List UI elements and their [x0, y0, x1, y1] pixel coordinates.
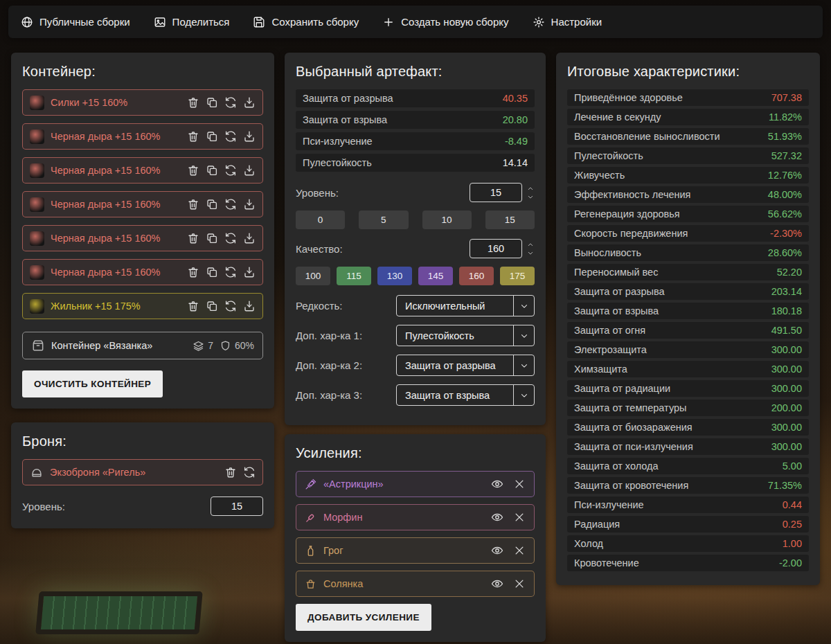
stat-row: Холод1.00	[567, 535, 809, 552]
rarity-dropdown[interactable]: Исключительный	[396, 295, 535, 316]
topbar-item-new-build[interactable]: Создать новую сборку	[382, 16, 508, 28]
trash-icon[interactable]	[224, 466, 237, 478]
stat-value: 12.76%	[768, 170, 802, 181]
extra-stat-1-dropdown[interactable]: Пулестойкость	[396, 325, 535, 346]
quality-preset-130[interactable]: 130	[377, 267, 412, 285]
trash-icon[interactable]	[187, 266, 199, 278]
artifact-slot-row[interactable]: Жильник +15 175%	[22, 293, 263, 319]
stat-row: Выносливость28.60%	[567, 244, 809, 261]
quality-preset-115[interactable]: 115	[337, 267, 371, 285]
level-input[interactable]	[470, 183, 522, 202]
download-icon[interactable]	[243, 232, 256, 244]
refresh-icon[interactable]	[243, 466, 256, 478]
stat-label: Эффективность лечения	[574, 189, 690, 200]
download-icon[interactable]	[243, 96, 256, 109]
artifact-slot-row[interactable]: Черная дыра +15 160%	[22, 157, 263, 184]
boost-row: Солянка	[296, 571, 535, 597]
quality-decrement-icon[interactable]	[526, 249, 535, 257]
copy-icon[interactable]	[206, 266, 218, 278]
app: Публичные сборкиПоделитьсяСохранить сбор…	[0, 0, 831, 644]
trash-icon[interactable]	[187, 96, 199, 109]
armor-slot-row[interactable]: Экзоброня «Ригель»	[22, 459, 263, 485]
artifact-slot-row[interactable]: Черная дыра +15 160%	[22, 123, 263, 150]
topbar-item-public-builds[interactable]: Публичные сборки	[21, 16, 130, 28]
extra-stat-3-dropdown[interactable]: Защита от взрыва	[396, 384, 535, 406]
copy-icon[interactable]	[206, 130, 218, 143]
trash-icon[interactable]	[187, 232, 199, 244]
download-icon[interactable]	[243, 300, 256, 312]
trash-icon[interactable]	[187, 198, 199, 211]
artifact-name: Жильник +15 175%	[51, 301, 181, 312]
remove-boost-icon[interactable]	[513, 478, 526, 490]
toggle-boost-visibility-icon[interactable]	[491, 544, 503, 557]
stat-row: Защита от огня491.50	[567, 322, 809, 339]
copy-icon[interactable]	[206, 198, 218, 211]
level-increment-icon[interactable]	[526, 185, 535, 193]
topbar-item-label: Настройки	[551, 16, 602, 28]
extra-stat-label: Доп. хар-ка 3:	[296, 389, 362, 401]
artifact-icon	[30, 299, 44, 314]
quality-increment-icon[interactable]	[526, 241, 535, 249]
clear-container-button[interactable]: ОЧИСТИТЬ КОНТЕЙНЕР	[22, 370, 163, 397]
extra-stat-2-dropdown[interactable]: Защита от разрыва	[396, 355, 535, 376]
level-preset-15[interactable]: 15	[485, 211, 535, 229]
remove-boost-icon[interactable]	[513, 578, 526, 590]
armor-level-input[interactable]	[211, 497, 263, 516]
remove-boost-icon[interactable]	[513, 544, 526, 557]
stat-label: Защита от разрыва	[303, 93, 393, 104]
copy-icon[interactable]	[206, 300, 218, 312]
remove-boost-icon[interactable]	[513, 511, 526, 524]
artifact-slot-row[interactable]: Черная дыра +15 160%	[22, 259, 263, 285]
level-preset-0[interactable]: 0	[296, 211, 345, 229]
artifact-slot-row[interactable]: Черная дыра +15 160%	[22, 225, 263, 251]
toggle-boost-visibility-icon[interactable]	[491, 578, 503, 590]
level-preset-10[interactable]: 10	[422, 211, 472, 229]
refresh-icon[interactable]	[224, 130, 237, 143]
trash-icon[interactable]	[187, 164, 199, 177]
image-icon	[154, 16, 166, 28]
stat-label: Пулестойкость	[574, 150, 643, 161]
toggle-boost-visibility-icon[interactable]	[491, 511, 503, 524]
stat-label: Холод	[574, 538, 603, 549]
topbar-item-save-build[interactable]: Сохранить сборку	[253, 16, 359, 28]
quality-preset-100[interactable]: 100	[296, 267, 330, 285]
copy-icon[interactable]	[206, 96, 218, 109]
quality-preset-175[interactable]: 175	[500, 267, 535, 285]
refresh-icon[interactable]	[224, 198, 237, 211]
stat-row: Защита от пси-излучения300.00	[567, 438, 809, 455]
refresh-icon[interactable]	[224, 164, 237, 177]
stat-row: Восстановление выносливости51.93%	[567, 128, 809, 145]
copy-icon[interactable]	[206, 232, 218, 244]
download-icon[interactable]	[243, 198, 256, 211]
topbar-item-share[interactable]: Поделиться	[154, 16, 230, 28]
chevron-down-icon	[519, 391, 529, 400]
container-info-row[interactable]: Контейнер «Вязанка» 7 60%	[22, 332, 263, 359]
download-icon[interactable]	[243, 164, 256, 177]
boost-name: Грог	[323, 545, 481, 556]
toggle-boost-visibility-icon[interactable]	[491, 478, 503, 490]
trash-icon[interactable]	[187, 130, 199, 143]
refresh-icon[interactable]	[224, 96, 237, 109]
dropdown-arrow	[513, 355, 534, 375]
artifact-slot-row[interactable]: Черная дыра +15 160%	[22, 191, 263, 217]
stat-row: Защита от разрыва40.35	[296, 89, 535, 107]
quality-preset-160[interactable]: 160	[459, 267, 494, 285]
quality-spin-buttons	[526, 241, 535, 257]
artifact-slot-row[interactable]: Силки +15 160%	[22, 89, 263, 116]
quality-preset-145[interactable]: 145	[418, 267, 453, 285]
container-slots: 7	[193, 340, 213, 352]
stat-row: Эффективность лечения48.00%	[567, 186, 809, 203]
download-icon[interactable]	[243, 130, 256, 143]
stat-label: Защита от радиации	[574, 383, 670, 394]
copy-icon[interactable]	[206, 164, 218, 177]
level-decrement-icon[interactable]	[526, 193, 535, 201]
refresh-icon[interactable]	[224, 300, 237, 312]
quality-input[interactable]	[470, 239, 522, 258]
download-icon[interactable]	[243, 266, 256, 278]
trash-icon[interactable]	[187, 300, 199, 312]
level-preset-5[interactable]: 5	[359, 211, 408, 229]
add-boost-button[interactable]: ДОБАВИТЬ УСИЛЕНИЕ	[296, 604, 431, 631]
refresh-icon[interactable]	[224, 232, 237, 244]
topbar-item-settings[interactable]: Настройки	[533, 16, 602, 28]
refresh-icon[interactable]	[224, 266, 237, 278]
